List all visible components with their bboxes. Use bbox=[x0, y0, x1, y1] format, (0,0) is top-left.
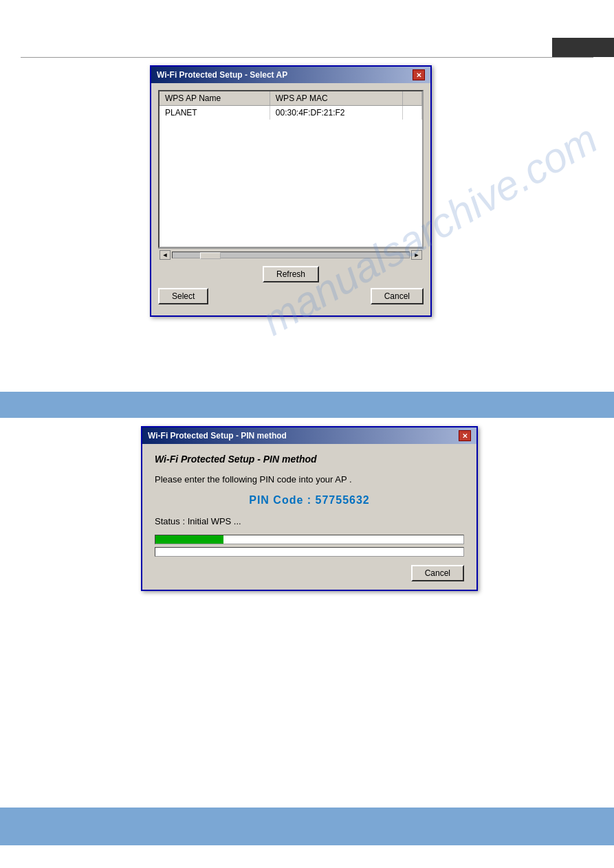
scroll-left-button[interactable]: ◄ bbox=[160, 250, 171, 260]
top-bar bbox=[552, 38, 614, 57]
scroll-thumb[interactable] bbox=[200, 252, 221, 259]
select-button[interactable]: Select bbox=[158, 288, 208, 304]
pin-dialog-buttons: Cancel bbox=[155, 562, 464, 581]
ap-name-cell: PLANET bbox=[160, 106, 270, 120]
pin-heading: Wi-Fi Protected Setup - PIN method bbox=[155, 454, 464, 465]
scroll-track[interactable] bbox=[172, 252, 410, 258]
pin-instruction: Please enter the following PIN code into… bbox=[155, 474, 464, 485]
pin-dialog-body: Wi-Fi Protected Setup - PIN method Pleas… bbox=[142, 444, 476, 590]
ap-mac-cell: 00:30:4F:DF:21:F2 bbox=[270, 106, 402, 120]
col-wps-ap-mac-header: WPS AP MAC bbox=[270, 91, 402, 106]
pin-status: Status : Initial WPS ... bbox=[155, 516, 464, 526]
col-wps-ap-name-header: WPS AP Name bbox=[160, 91, 270, 106]
cancel-button-2[interactable]: Cancel bbox=[411, 565, 464, 581]
blue-band-1 bbox=[0, 392, 614, 418]
table-row[interactable]: PLANET 00:30:4F:DF:21:F2 bbox=[160, 106, 422, 120]
pin-method-dialog: Wi-Fi Protected Setup - PIN method ✕ Wi-… bbox=[141, 426, 478, 591]
scroll-right-button[interactable]: ► bbox=[411, 250, 422, 260]
blue-band-2 bbox=[0, 808, 614, 845]
col-extra-header bbox=[403, 91, 422, 106]
progress-bar-outer bbox=[155, 535, 464, 544]
progress-bar-inner bbox=[155, 535, 223, 544]
refresh-row: Refresh bbox=[158, 266, 424, 282]
ap-extra-cell bbox=[403, 106, 422, 120]
pin-close-button[interactable]: ✕ bbox=[459, 430, 471, 441]
select-ap-close-button[interactable]: ✕ bbox=[413, 69, 425, 80]
top-rule bbox=[21, 57, 593, 58]
pin-titlebar: Wi-Fi Protected Setup - PIN method ✕ bbox=[142, 427, 476, 444]
pin-title: Wi-Fi Protected Setup - PIN method bbox=[148, 431, 287, 441]
progress-bar-empty bbox=[155, 547, 464, 557]
cancel-button-1[interactable]: Cancel bbox=[371, 288, 424, 304]
wps-ap-table-container: WPS AP Name WPS AP MAC PLANET 00:30:4F:D… bbox=[158, 90, 424, 248]
pin-code-display: PIN Code : 57755632 bbox=[155, 494, 464, 507]
select-ap-body: WPS AP Name WPS AP MAC PLANET 00:30:4F:D… bbox=[151, 83, 430, 315]
wps-ap-table: WPS AP Name WPS AP MAC PLANET 00:30:4F:D… bbox=[160, 91, 422, 120]
select-ap-dialog: Wi-Fi Protected Setup - Select AP ✕ WPS … bbox=[150, 65, 432, 317]
progress-bar-container bbox=[155, 535, 464, 557]
select-ap-dialog-buttons: Select Cancel bbox=[158, 285, 424, 309]
horizontal-scrollbar: ◄ ► bbox=[158, 248, 424, 260]
select-ap-titlebar: Wi-Fi Protected Setup - Select AP ✕ bbox=[151, 67, 430, 83]
refresh-button[interactable]: Refresh bbox=[263, 266, 319, 282]
select-ap-title: Wi-Fi Protected Setup - Select AP bbox=[157, 70, 287, 80]
